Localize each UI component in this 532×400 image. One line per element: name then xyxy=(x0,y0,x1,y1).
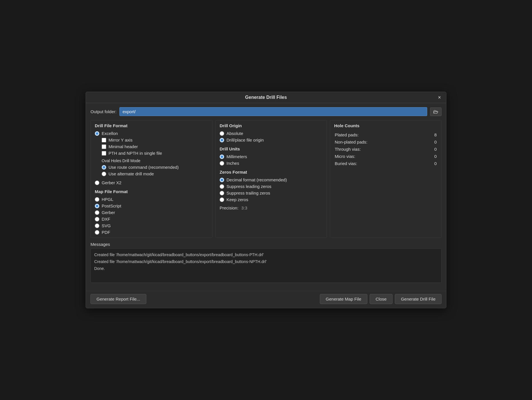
zeros-format-group: Decimal format (recommended) Suppress le… xyxy=(220,177,323,202)
drill-origin-group: Absolute Drill/place file origin xyxy=(220,131,323,142)
drill-file-format-title: Drill File Format xyxy=(95,123,208,128)
absolute-option[interactable]: Absolute xyxy=(220,131,323,136)
millimeters-label: Millimeters xyxy=(226,154,247,159)
pdf-option[interactable]: PDF xyxy=(95,230,208,235)
message-line-1: Created file '/home/mattwach/git/kicad/b… xyxy=(94,252,438,258)
millimeters-option[interactable]: Millimeters xyxy=(220,154,323,159)
hpgl-option[interactable]: HPGL xyxy=(95,197,208,202)
non-plated-pads-label: Non-plated pads: xyxy=(335,139,429,145)
excellon-option[interactable]: Excellon xyxy=(95,131,208,136)
plated-pads-row: Plated pads: 8 xyxy=(335,132,437,138)
suppress-trailing-label: Suppress trailing zeros xyxy=(226,191,270,195)
inches-option[interactable]: Inches xyxy=(220,161,323,166)
buried-vias-row: Buried vias: 0 xyxy=(335,160,437,167)
non-plated-pads-row: Non-plated pads: 0 xyxy=(335,139,437,145)
mirror-y-option[interactable]: Mirror Y axis xyxy=(102,138,208,142)
minimal-header-label: Minimal header xyxy=(109,144,138,149)
excellon-checks: Mirror Y axis Minimal header PTH and NPT… xyxy=(102,138,208,156)
micro-vias-row: Micro vias: 0 xyxy=(335,153,437,160)
dxf-label: DXF xyxy=(102,217,110,221)
suppress-leading-label: Suppress leading zeros xyxy=(226,184,271,189)
buried-vias-value: 0 xyxy=(430,160,437,167)
route-command-option[interactable]: Use route command (recommended) xyxy=(102,165,208,170)
title-bar: Generate Drill Files × xyxy=(86,92,446,103)
oval-holes-title: Oval Holes Drill Mode xyxy=(102,158,208,163)
close-icon[interactable]: × xyxy=(436,94,443,101)
generate-report-button[interactable]: Generate Report File... xyxy=(90,294,146,304)
output-folder-input[interactable] xyxy=(119,107,427,116)
bottom-buttons: Generate Report File... Generate Map Fil… xyxy=(86,291,446,308)
messages-box: Created file '/home/mattwach/git/kicad/b… xyxy=(90,248,442,283)
drill-place-label: Drill/place file origin xyxy=(226,138,264,142)
minimal-header-option[interactable]: Minimal header xyxy=(102,144,208,149)
non-plated-pads-value: 0 xyxy=(430,139,437,145)
keep-zeros-label: Keep zeros xyxy=(226,197,248,202)
drill-file-format-group: Excellon Mirror Y axis Minimal header xyxy=(95,131,208,185)
postscript-label: PostScript xyxy=(102,203,121,208)
oval-holes-group: Use route command (recommended) Use alte… xyxy=(102,165,208,176)
pth-npth-label: PTH and NPTH in single file xyxy=(109,151,162,156)
absolute-label: Absolute xyxy=(226,131,243,136)
svg-option[interactable]: SVG xyxy=(95,223,208,228)
browse-folder-button[interactable]: 🗁 xyxy=(430,107,442,116)
decimal-format-option[interactable]: Decimal format (recommended) xyxy=(220,177,323,182)
suppress-trailing-option[interactable]: Suppress trailing zeros xyxy=(220,191,323,195)
drill-place-option[interactable]: Drill/place file origin xyxy=(220,138,323,142)
svg-label: SVG xyxy=(102,223,111,228)
through-vias-row: Through vias: 0 xyxy=(335,146,437,152)
col3: Hole Counts Plated pads: 8 Non-plated pa… xyxy=(330,120,442,238)
hpgl-label: HPGL xyxy=(102,197,113,202)
message-line-2: Created file '/home/mattwach/git/kicad/b… xyxy=(94,258,438,265)
route-command-label: Use route command (recommended) xyxy=(109,165,179,170)
gerber-option[interactable]: Gerber xyxy=(95,210,208,215)
drill-origin-title: Drill Origin xyxy=(220,123,323,128)
gerber-x2-option[interactable]: Gerber X2 xyxy=(95,180,208,185)
col1: Drill File Format Excellon Mirror Y axis xyxy=(90,120,212,238)
zeros-format-title: Zeros Format xyxy=(220,170,323,174)
precision-row: Precision: 3:3 xyxy=(220,205,323,210)
excellon-label: Excellon xyxy=(102,131,118,136)
through-vias-label: Through vias: xyxy=(335,146,429,152)
micro-vias-value: 0 xyxy=(430,153,437,160)
content-area: Output folder: 🗁 Drill File Format Excel… xyxy=(86,103,446,291)
alternate-drill-label: Use alternate drill mode xyxy=(109,171,154,176)
dialog: Generate Drill Files × Output folder: 🗁 … xyxy=(86,92,446,308)
map-file-format-group: HPGL PostScript Gerber DXF xyxy=(95,197,208,235)
main-columns: Drill File Format Excellon Mirror Y axis xyxy=(90,120,442,238)
bottom-right-buttons: Generate Map File Close Generate Drill F… xyxy=(320,294,442,304)
decimal-format-label: Decimal format (recommended) xyxy=(226,177,287,182)
plated-pads-value: 8 xyxy=(430,132,437,138)
drill-units-title: Drill Units xyxy=(220,146,323,151)
plated-pads-label: Plated pads: xyxy=(335,132,429,138)
generate-drill-button[interactable]: Generate Drill File xyxy=(395,294,442,304)
close-button[interactable]: Close xyxy=(370,294,393,304)
keep-zeros-option[interactable]: Keep zeros xyxy=(220,197,323,202)
dxf-option[interactable]: DXF xyxy=(95,217,208,221)
suppress-leading-option[interactable]: Suppress leading zeros xyxy=(220,184,323,189)
buried-vias-label: Buried vias: xyxy=(335,160,429,167)
alternate-drill-option[interactable]: Use alternate drill mode xyxy=(102,171,208,176)
messages-section: Messages Created file '/home/mattwach/gi… xyxy=(90,242,442,283)
messages-title: Messages xyxy=(90,242,442,247)
generate-map-button[interactable]: Generate Map File xyxy=(320,294,367,304)
gerber-label: Gerber xyxy=(102,210,115,215)
hole-counts-title: Hole Counts xyxy=(334,123,437,128)
pth-npth-option[interactable]: PTH and NPTH in single file xyxy=(102,151,208,156)
postscript-option[interactable]: PostScript xyxy=(95,203,208,208)
drill-units-section: Drill Units Millimeters Inches xyxy=(220,146,323,166)
output-folder-label: Output folder: xyxy=(90,109,117,114)
bottom-left-buttons: Generate Report File... xyxy=(90,294,146,304)
pdf-label: PDF xyxy=(102,230,110,235)
drill-units-group: Millimeters Inches xyxy=(220,154,323,166)
precision-label: Precision: xyxy=(220,205,239,210)
output-folder-row: Output folder: 🗁 xyxy=(90,107,442,116)
excellon-suboptions: Mirror Y axis Minimal header PTH and NPT… xyxy=(95,138,208,176)
through-vias-value: 0 xyxy=(430,146,437,152)
inches-label: Inches xyxy=(226,161,239,166)
precision-value: 3:3 xyxy=(241,205,247,210)
map-file-format-section: Map File Format HPGL PostScript Gerbe xyxy=(95,189,208,235)
message-line-3: Done. xyxy=(94,265,438,272)
hole-counts-table: Plated pads: 8 Non-plated pads: 0 Throug… xyxy=(334,131,437,167)
dialog-title: Generate Drill Files xyxy=(245,95,287,100)
micro-vias-label: Micro vias: xyxy=(335,153,429,160)
